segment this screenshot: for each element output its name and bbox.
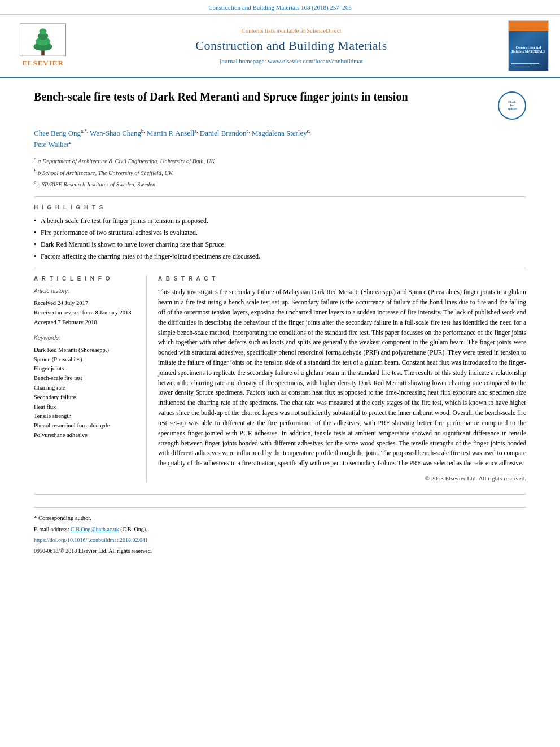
received-date: Received 24 July 2017 (34, 299, 137, 308)
footer-divider (34, 507, 526, 508)
keyword: Secondary failure (34, 393, 137, 403)
divider-2 (34, 268, 526, 268)
svg-point-4 (40, 29, 47, 35)
abstract-text: This study investigates the secondary fa… (158, 287, 526, 469)
elsevier-logo: ELSEVIER (9, 23, 77, 68)
highlight-item: Factors affecting the charring rates of … (34, 252, 526, 261)
keyword: Finger joints (34, 364, 137, 374)
author-2[interactable]: Wen-Shao Chang (90, 129, 141, 138)
author-6[interactable]: Pete Walker (34, 140, 69, 148)
article-content: Checkforupdates Bench-scale fire tests o… (0, 78, 560, 494)
journal-citation-bar: Construction and Building Materials 168 … (0, 0, 560, 15)
affil-1: a a Department of Architecture & Civil E… (34, 155, 526, 165)
highlights-label: H I G H L I G H T S (34, 204, 526, 212)
authors-line: Chee Beng Onga,*, Wen-Shao Changb, Marti… (34, 128, 526, 150)
revised-date: Received in revised form 8 January 2018 (34, 308, 137, 318)
article-history: Received 24 July 2017 Received in revise… (34, 299, 137, 327)
copyright-line: © 2018 Elsevier Ltd. All rights reserved… (158, 474, 526, 483)
divider-1 (34, 196, 526, 197)
sciencedirect-link-text[interactable]: ScienceDirect (307, 27, 342, 34)
author-1[interactable]: Chee Beng Ong (34, 129, 81, 138)
article-info-column: A R T I C L E I N F O Article history: R… (34, 275, 147, 483)
author-3[interactable]: Martin P. Ansell (147, 129, 194, 138)
issn-line: 0950-0618/© 2018 Elsevier Ltd. All right… (34, 547, 526, 555)
highlights-list: A bench-scale fire test for finger-joint… (34, 216, 526, 261)
keyword: Heat flux (34, 403, 137, 412)
check-updates-badge: Checkforupdates (498, 91, 526, 120)
keyword: Charring rate (34, 383, 137, 393)
journal-citation-text: Construction and Building Materials 168 … (208, 4, 352, 11)
keyword: Spruce (Picea abies) (34, 355, 137, 365)
doi-line: https://doi.org/10.1016/j.conbuildmat.20… (34, 536, 526, 544)
keyword: Bench-scale fire test (34, 374, 137, 383)
keywords-list: Dark Red Meranti (Shoreaepp.) Spruce (Pi… (34, 346, 137, 440)
keyword: Phenol resorcinol formaldehyde (34, 421, 137, 431)
keywords-section: Keywords: Dark Red Meranti (Shoreaepp.) … (34, 334, 137, 440)
corresponding-note: * Corresponding author. (34, 514, 526, 523)
article-title: Bench-scale fire tests of Dark Red Meran… (34, 89, 526, 104)
affiliations: a a Department of Architecture & Civil E… (34, 155, 526, 189)
article-title-section: Checkforupdates Bench-scale fire tests o… (34, 89, 526, 120)
author-5[interactable]: Magdalena Sterley (252, 129, 307, 138)
journal-center: Contents lists available at ScienceDirec… (77, 27, 506, 66)
email-link[interactable]: C.B.Ong@bath.ac.uk (71, 526, 119, 532)
email-line: E-mail address: C.B.Ong@bath.ac.uk (C.B.… (34, 525, 526, 534)
sciencedirect-line: Contents lists available at ScienceDirec… (77, 27, 506, 35)
keyword: Dark Red Meranti (Shoreaepp.) (34, 346, 137, 355)
affil-3: c c SP/RISE Research Institutes of Swede… (34, 178, 526, 189)
affil-2: b b School of Architecture, The Universi… (34, 167, 526, 177)
check-updates-badge-container: Checkforupdates (498, 91, 526, 120)
article-footer: * Corresponding author. E-mail address: … (34, 494, 526, 555)
two-column-section: A R T I C L E I N F O Article history: R… (34, 275, 526, 483)
cover-title-text: Construction and Building MATERIALS (511, 46, 546, 55)
journal-title: Construction and Building Materials (77, 37, 506, 55)
keywords-label: Keywords: (34, 334, 137, 342)
accepted-date: Accepted 7 February 2018 (34, 318, 137, 327)
doi-link[interactable]: https://doi.org/10.1016/j.conbuildmat.20… (34, 537, 148, 543)
elsevier-brand-text: ELSEVIER (22, 58, 64, 68)
author-4[interactable]: Daniel Brandon (200, 129, 247, 138)
article-info-label: A R T I C L E I N F O (34, 275, 137, 283)
highlight-item: Fire performance of two structural adhes… (34, 228, 526, 238)
highlight-item: Dark Red Meranti is shown to have lower … (34, 240, 526, 250)
highlights-section: H I G H L I G H T S A bench-scale fire t… (34, 204, 526, 261)
cover-box: Construction and Building MATERIALS (508, 20, 549, 71)
journal-homepage: journal homepage: www.elsevier.com/locat… (77, 57, 506, 65)
highlight-item: A bench-scale fire test for finger-joint… (34, 216, 526, 226)
history-label: Article history: (34, 287, 137, 295)
keyword: Tensile strength (34, 412, 137, 421)
check-updates-text: Checkforupdates (508, 101, 517, 111)
journal-header: ELSEVIER Contents lists available at Sci… (0, 15, 560, 78)
abstract-label: A B S T R A C T (158, 275, 526, 283)
abstract-column: A B S T R A C T This study investigates … (158, 275, 526, 483)
keyword: Polyurethane adhesive (34, 431, 137, 440)
journal-cover-image: Construction and Building MATERIALS (506, 20, 551, 71)
